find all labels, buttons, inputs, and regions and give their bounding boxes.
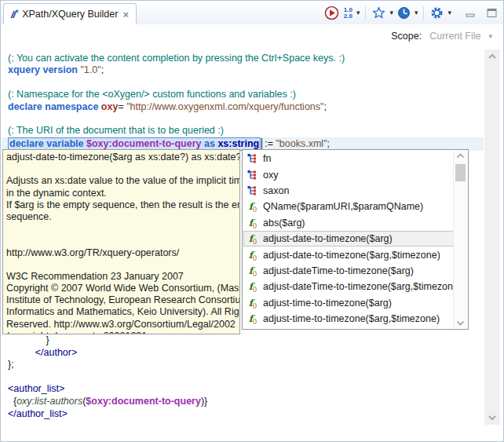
code-line: </author> [8, 347, 479, 360]
completion-item[interactable]: ancestor [243, 327, 454, 330]
completion-item[interactable]: f()adjust-date-to-timezone($arg,$timezon… [243, 247, 454, 262]
completion-popup: fnoxysaxonf()QName($paramURI,$paramQName… [242, 149, 469, 330]
doc-line: Adjusts an xs:date value to the value of… [6, 175, 236, 187]
maximize-button[interactable] [485, 6, 499, 20]
scrollbar-thumb[interactable] [455, 164, 466, 181]
version-dropdown-arrow[interactable]: ▾ [356, 9, 360, 16]
tab-xpath-xquery-builder[interactable]: //* XPath/XQuery Builder × [3, 3, 137, 24]
doc-line: http://www.w3.org/TR/xquery-operators/ [6, 247, 236, 259]
doc-line [6, 223, 236, 235]
toolbar-separator [423, 6, 424, 20]
doc-line: in the dynamic context. [6, 188, 236, 199]
code-line: <author_list> [8, 383, 479, 396]
code-token: <author_list> [8, 383, 64, 394]
function-icon: f() [247, 298, 259, 309]
doc-line: Institute of Technology, European Resear… [6, 294, 236, 306]
code-token: oxy [101, 101, 119, 112]
toolbar: 1.02.0 ▾ ▾ ▾ [323, 5, 503, 24]
code-token: "books.xml" [276, 138, 327, 149]
completion-item[interactable]: f()QName($paramURI,$paramQName) [243, 199, 454, 214]
doc-line: Copyright © 2007 World Wide Web Consorti… [6, 283, 236, 294]
scroll-down-icon[interactable] [487, 414, 498, 422]
completion-item[interactable]: saxon [243, 183, 454, 199]
code-line [8, 77, 484, 89]
completion-item[interactable]: fn [243, 151, 454, 166]
code-token: $oxy:document-to-query [86, 138, 202, 149]
code-block-bottom: } </author>}; <author_list> {oxy:list-au… [8, 334, 479, 420]
minimize-button[interactable] [464, 6, 477, 20]
code-block-top: (: You can activate the content completi… [8, 53, 484, 137]
completion-item[interactable]: oxy [243, 166, 454, 182]
version-label: 1.02.0 [344, 7, 352, 20]
settings-dropdown-arrow[interactable]: ▾ [447, 9, 451, 16]
code-token: </author_list> [8, 408, 68, 419]
history-button[interactable] [396, 5, 411, 20]
code-line: {oxy:list-authors($oxy:document-to-query… [8, 396, 479, 408]
function-icon: f() [247, 201, 259, 212]
version-selector[interactable]: 1.02.0 [343, 6, 353, 20]
completion-item-label: saxon [263, 185, 289, 196]
function-icon: f() [247, 281, 259, 292]
doc-line: /copyright-documents-20021231 [6, 331, 236, 334]
code-token: declare namespace [8, 101, 101, 112]
scroll-up-icon[interactable] [455, 152, 466, 159]
scope-selector[interactable]: Current File [429, 31, 480, 42]
code-line: }; [8, 359, 479, 371]
scope-label: Scope: [391, 31, 422, 42]
completion-item[interactable]: f()adjust-date-to-timezone($arg) [243, 231, 454, 247]
code-token: } [8, 334, 49, 345]
completion-item[interactable]: f()abs($arg) [243, 215, 454, 231]
tab-bar: //* XPath/XQuery Builder × 1.02.0 ▾ [1, 1, 503, 25]
history-dropdown-arrow[interactable]: ▾ [415, 9, 418, 16]
function-icon: f() [247, 233, 259, 244]
doc-line: sequence. [6, 211, 236, 223]
play-icon [324, 5, 339, 20]
namespace-icon [247, 185, 259, 196]
toolbar-separator [365, 6, 366, 20]
completion-item-label: adjust-time-to-timezone($arg,$timezone) [263, 313, 440, 324]
scope-dropdown-arrow[interactable]: ▾ [488, 33, 492, 40]
namespace-icon [247, 170, 259, 181]
namespace-icon [247, 153, 259, 164]
editor-scrollbar[interactable] [484, 49, 500, 425]
favorites-dropdown-arrow[interactable]: ▾ [389, 9, 393, 16]
doc-line: adjust-date-to-timezone($arg as xs:date?… [6, 152, 236, 163]
completion-item-label: QName($paramURI,$paramQName) [263, 201, 423, 212]
scroll-up-icon[interactable] [487, 53, 498, 60]
code-token: ; [327, 138, 330, 149]
code-token: { [8, 396, 16, 407]
completion-item-label: adjust-date-to-timezone($arg) [263, 233, 393, 244]
code-token: (: You can activate the content completi… [8, 53, 345, 64]
settings-button[interactable] [429, 5, 444, 20]
completion-item-label: ancestor [263, 329, 301, 330]
code-token: := [265, 138, 276, 149]
code-line: } [8, 334, 479, 347]
clock-icon [397, 6, 411, 20]
favorites-button[interactable] [371, 5, 386, 20]
code-token: ; [324, 101, 327, 112]
minimize-icon [465, 7, 477, 19]
maximize-icon [486, 7, 498, 19]
code-line: declare namespace oxy= "http://www.oxyge… [8, 101, 484, 113]
tab-label: XPath/XQuery Builder [22, 9, 118, 20]
completion-item-label: adjust-dateTime-to-timezone($arg,$timezo… [263, 281, 462, 292]
completion-scrollbar[interactable] [453, 151, 467, 328]
code-token: </author> [35, 347, 78, 358]
code-token: xquery version [8, 64, 80, 75]
code-token: }; [8, 359, 14, 370]
completion-item[interactable]: f()adjust-time-to-timezone($arg) [243, 295, 454, 311]
completion-item-label: adjust-time-to-timezone($arg) [263, 298, 392, 309]
scroll-down-icon[interactable] [455, 320, 466, 327]
star-icon [372, 6, 385, 20]
completion-item[interactable]: f()adjust-time-to-timezone($arg,$timezon… [243, 311, 454, 327]
completion-item-label: abs($arg) [263, 217, 305, 228]
code-token: (: The URI of the document that is to be… [8, 125, 224, 136]
run-button[interactable] [323, 5, 340, 21]
line-remainder: := "books.xml"; [265, 138, 330, 150]
completion-item[interactable]: f()adjust-dateTime-to-timezone($arg,$tim… [243, 279, 454, 294]
close-icon[interactable]: × [122, 9, 129, 20]
completion-item[interactable]: f()adjust-dateTime-to-timezone($arg) [243, 263, 454, 279]
scope-row: Scope: Current File ▾ [1, 24, 503, 48]
code-line: </author_list> [8, 408, 479, 421]
code-line [8, 371, 479, 384]
